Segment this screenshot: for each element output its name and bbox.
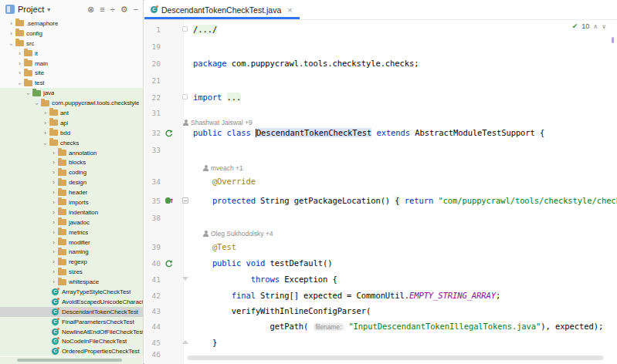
tree-item-checks[interactable]: ›checks — [0, 138, 143, 148]
tree-item-finalparameterschecktest[interactable]: CFinalParametersCheckTest — [0, 317, 143, 327]
tree-item-arraytypestylechecktest[interactable]: CArrayTypeStyleCheckTest — [0, 287, 143, 297]
code-line-35[interactable]: 35↑ protected String getPackageLocation(… — [144, 195, 617, 207]
tree-item-ant[interactable]: ›ant — [0, 108, 143, 118]
tree-item-newlineatendoffilechecktest[interactable]: CNewlineAtEndOfFileCheckTest — [0, 327, 143, 337]
code-line-44[interactable]: 44 getPath( filename: "InputDescendantTo… — [144, 321, 617, 333]
tree-chevron-collapsed-icon[interactable]: › — [16, 50, 23, 57]
fold-marker-icon[interactable] — [182, 277, 188, 281]
code-line-21[interactable]: 21 — [144, 75, 617, 87]
tree-chevron-collapsed-icon[interactable]: › — [42, 110, 49, 116]
code-editor[interactable]: ✔ 10 ∧ ∨ 1/.../1920package com.puppycraw… — [144, 20, 617, 364]
tree-item-main[interactable]: ›main — [0, 59, 143, 69]
hide-panel-icon[interactable]: − — [134, 5, 138, 14]
tree-item-coding[interactable]: ›coding — [0, 167, 143, 177]
run-test-icon[interactable] — [164, 128, 174, 137]
code-line-33[interactable]: 33 — [144, 144, 617, 157]
tree-item-it[interactable]: ›it — [0, 49, 143, 59]
tree-chevron-collapsed-icon[interactable]: › — [50, 209, 57, 216]
fold-marker-icon[interactable] — [182, 26, 188, 32]
tree-item-test[interactable]: ›test — [0, 78, 143, 88]
tree-item-indentation[interactable]: ›indentation — [0, 207, 143, 217]
tree-item-blocks[interactable]: ›blocks — [0, 157, 143, 167]
tree-item-config[interactable]: ›config — [0, 29, 143, 39]
tree-item-imports[interactable]: ›imports — [0, 197, 143, 207]
tree-chevron-expanded-icon[interactable]: › — [8, 41, 15, 48]
code-line-43[interactable]: 43 verifyWithInlineConfigParser( — [144, 305, 617, 318]
tree-item-whitespace[interactable]: ›whitespace — [0, 277, 143, 287]
tree-item-avoidescapedunicodecharacterschecktest[interactable]: CAvoidEscapedUnicodeCharactersCheckTest — [0, 297, 143, 307]
tree-item-descendanttokenchecktest[interactable]: CDescendantTokenCheckTest — [0, 307, 143, 317]
tree-item-naming[interactable]: ›naming — [0, 247, 143, 257]
code-line-20[interactable]: 20package com.puppycrawl.tools.checkstyl… — [144, 58, 617, 70]
tree-item-javadoc[interactable]: ›javadoc — [0, 217, 143, 228]
code-line-42[interactable]: 42 final String[] expected = CommonUtil.… — [144, 290, 617, 302]
tree-item-design[interactable]: ›design — [0, 177, 143, 187]
tree-chevron-collapsed-icon[interactable]: › — [50, 199, 57, 206]
tree-chevron-collapsed-icon[interactable]: › — [50, 248, 57, 255]
tree-chevron-collapsed-icon[interactable]: › — [50, 159, 57, 166]
tree-chevron-collapsed-icon[interactable]: › — [16, 60, 23, 67]
settings-gear-icon[interactable]: ⚙ — [120, 5, 128, 14]
tree-item-com-puppycrawl-tools-checkstyle[interactable]: ›com.puppycrawl.tools.checkstyle — [0, 98, 143, 108]
tree-chevron-collapsed-icon[interactable]: › — [50, 278, 57, 285]
tree-chevron-expanded-icon[interactable]: › — [42, 140, 49, 147]
run-test-icon[interactable] — [164, 258, 174, 268]
tree-chevron-collapsed-icon[interactable]: › — [50, 179, 57, 186]
tree-chevron-collapsed-icon[interactable]: › — [42, 120, 49, 126]
tree-chevron-collapsed-icon[interactable]: › — [50, 258, 57, 265]
tree-horizontal-scrollbar[interactable] — [17, 359, 122, 362]
code-line-41[interactable]: 41 throws Exception { — [144, 274, 617, 286]
tree-item-site[interactable]: ›site — [0, 68, 143, 78]
code-vision-author[interactable]: mveach +1 — [203, 163, 243, 173]
tree-chevron-collapsed-icon[interactable]: › — [50, 169, 57, 176]
code-line-34[interactable]: 34 @Override — [144, 176, 617, 188]
tree-chevron-collapsed-icon[interactable]: › — [50, 189, 57, 196]
code-line-32[interactable]: 32public class DescendantTokenCheckTest … — [144, 127, 617, 140]
tree-item-sizes[interactable]: ›sizes — [0, 267, 143, 277]
tree-item-orderedpropertieschecktest[interactable]: COrderedPropertiesCheckTest — [0, 346, 143, 356]
tree-chevron-collapsed-icon[interactable]: › — [50, 219, 57, 226]
overriding-method-icon[interactable]: ↑ — [164, 196, 174, 205]
tree-chevron-collapsed-icon[interactable]: › — [42, 130, 49, 136]
editor-tab-descendanttokenchecktest[interactable]: C DescendantTokenCheckTest.java × — [144, 0, 300, 19]
tree-item-java[interactable]: ›java — [0, 88, 143, 98]
tree-chevron-expanded-icon[interactable]: › — [25, 91, 32, 98]
tree-item-metrics[interactable]: ›metrics — [0, 228, 143, 238]
tree-item-regexp[interactable]: ›regexp — [0, 257, 143, 267]
tree-chevron-collapsed-icon[interactable]: › — [8, 20, 15, 27]
code-line-40[interactable]: 40 public void testDefault() — [144, 258, 617, 270]
fold-marker-icon[interactable] — [182, 197, 188, 204]
code-vision-author[interactable]: Shashwat Jaiswal +9 — [183, 118, 253, 127]
tree-chevron-expanded-icon[interactable]: › — [33, 100, 40, 107]
code-line-22[interactable]: 22import ... — [144, 92, 617, 104]
tree-item-src[interactable]: ›src — [0, 39, 143, 49]
project-panel-title[interactable]: Project — [18, 5, 44, 14]
fold-marker-icon[interactable] — [182, 340, 188, 344]
code-line-39[interactable]: 39 @Test — [144, 241, 617, 254]
tree-item-api[interactable]: ›api — [0, 118, 143, 128]
tree-item-annotation[interactable]: ›annotation — [0, 148, 143, 158]
fold-marker-icon[interactable] — [182, 94, 188, 99]
tree-chevron-collapsed-icon[interactable]: › — [50, 150, 57, 157]
code-line-45[interactable]: 45 } — [144, 337, 617, 349]
tree-item-nocodeinfilechecktest[interactable]: CNoCodeInFileCheckTest — [0, 337, 143, 347]
code-line-1[interactable]: 1/.../ — [144, 24, 617, 36]
tree-item--semaphore[interactable]: ›.semaphore — [0, 19, 143, 29]
tree-chevron-collapsed-icon[interactable]: › — [50, 239, 57, 246]
tree-chevron-collapsed-icon[interactable]: › — [50, 268, 57, 275]
tree-chevron-collapsed-icon[interactable]: › — [50, 229, 57, 236]
tree-item-header[interactable]: ›header — [0, 187, 143, 197]
expand-all-icon[interactable]: ≡ — [100, 5, 104, 14]
tree-chevron-collapsed-icon[interactable]: › — [8, 30, 15, 37]
collapse-all-icon[interactable]: ÷ — [110, 5, 115, 14]
code-line-19[interactable]: 19 — [144, 41, 617, 53]
code-line-46[interactable]: 46 — [144, 349, 617, 361]
code-vision-author[interactable]: Oleg Sukhodolsky +4 — [203, 229, 273, 238]
locate-file-icon[interactable]: ⊗ — [87, 5, 94, 14]
tree-item-bdd[interactable]: ›bdd — [0, 128, 143, 138]
code-line-38[interactable]: 38 — [144, 212, 617, 224]
project-dropdown-chevron-icon[interactable]: ▾ — [47, 6, 50, 13]
tab-close-icon[interactable]: × — [287, 5, 292, 15]
tree-chevron-expanded-icon[interactable]: › — [16, 81, 23, 88]
tree-item-modifier[interactable]: ›modifier — [0, 238, 143, 248]
